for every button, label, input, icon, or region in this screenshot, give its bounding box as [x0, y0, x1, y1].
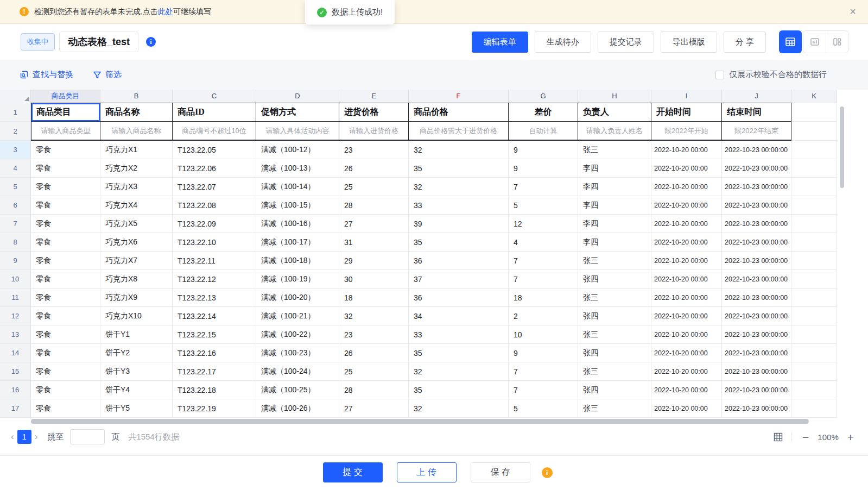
cell[interactable]: 2022-10-23 00:00:00: [722, 362, 791, 381]
cell[interactable]: 5: [509, 196, 578, 215]
cell[interactable]: 满减（100-20）: [256, 289, 339, 307]
cell[interactable]: 2022-10-20 00:00: [651, 270, 722, 289]
cell[interactable]: 零食: [31, 178, 100, 196]
column-letter-C[interactable]: C: [173, 90, 256, 103]
header-cell[interactable]: 商品ID: [173, 103, 256, 122]
cell[interactable]: 32: [339, 307, 409, 325]
cell[interactable]: [791, 159, 837, 178]
cell[interactable]: 满减（100-17）: [256, 233, 339, 252]
row-number[interactable]: 3: [0, 141, 31, 159]
cell[interactable]: 34: [409, 307, 509, 325]
cell[interactable]: 满减（100-23）: [256, 344, 339, 362]
submission-records-button[interactable]: 提交记录: [598, 32, 654, 53]
cell[interactable]: 满减（100-19）: [256, 270, 339, 289]
cell[interactable]: 28: [339, 381, 409, 399]
cell[interactable]: [791, 141, 837, 159]
cell[interactable]: 2022-10-20 00:00: [651, 325, 722, 344]
cell[interactable]: [791, 215, 837, 233]
column-letter-E[interactable]: E: [339, 90, 409, 103]
placeholder-cell[interactable]: 商品编号不超过10位: [173, 122, 256, 141]
cell[interactable]: 36: [409, 289, 509, 307]
cell[interactable]: 26: [339, 159, 409, 178]
cell[interactable]: [791, 252, 837, 270]
zoom-in-icon[interactable]: +: [844, 431, 857, 443]
cell[interactable]: T123.22.13: [173, 289, 256, 307]
cell[interactable]: T123.22.15: [173, 325, 256, 344]
cell[interactable]: T123.22.10: [173, 233, 256, 252]
row-number[interactable]: 7: [0, 215, 31, 233]
cell[interactable]: 2022-10-23 00:00:00: [722, 289, 791, 307]
header-cell[interactable]: 开始时间: [651, 103, 722, 122]
cell[interactable]: T123.22.18: [173, 381, 256, 399]
cell[interactable]: 2022-10-23 00:00:00: [722, 381, 791, 399]
cell[interactable]: 2022-10-20 00:00: [651, 178, 722, 196]
cell[interactable]: 2022-10-23 00:00:00: [722, 196, 791, 215]
cell[interactable]: T123.22.11: [173, 252, 256, 270]
cell[interactable]: 满减（100-16）: [256, 215, 339, 233]
zoom-out-icon[interactable]: −: [799, 431, 812, 443]
cell[interactable]: 零食: [31, 307, 100, 325]
cell[interactable]: 39: [409, 215, 509, 233]
cell[interactable]: 饼干Y5: [100, 399, 173, 418]
cell[interactable]: 35: [409, 233, 509, 252]
row-number[interactable]: 5: [0, 178, 31, 196]
row-number[interactable]: 14: [0, 344, 31, 362]
column-letter-J[interactable]: J: [722, 90, 791, 103]
cell[interactable]: 7: [509, 178, 578, 196]
cell[interactable]: 巧克力X3: [100, 178, 173, 196]
cell[interactable]: 满减（100-14）: [256, 178, 339, 196]
placeholder-cell[interactable]: [791, 122, 837, 141]
cell[interactable]: 张三: [578, 325, 651, 344]
cell[interactable]: 2022-10-23 00:00:00: [722, 141, 791, 159]
placeholder-cell[interactable]: 限2022年开始: [651, 122, 722, 141]
cell[interactable]: T123.22.16: [173, 344, 256, 362]
cell[interactable]: 2022-10-20 00:00: [651, 362, 722, 381]
cell[interactable]: [791, 381, 837, 399]
cell[interactable]: 2022-10-20 00:00: [651, 381, 722, 399]
row-number[interactable]: 16: [0, 381, 31, 399]
grid-icon[interactable]: [773, 432, 783, 442]
column-letter-D[interactable]: D: [256, 90, 339, 103]
close-icon[interactable]: ×: [850, 6, 856, 17]
cell[interactable]: 李四: [578, 159, 651, 178]
placeholder-cell[interactable]: 自动计算: [509, 122, 578, 141]
placeholder-cell[interactable]: 请输入进货价格: [339, 122, 409, 141]
select-all-corner[interactable]: [0, 90, 31, 103]
cell[interactable]: 满减（100-24）: [256, 362, 339, 381]
cell[interactable]: 零食: [31, 399, 100, 418]
cell[interactable]: 5: [509, 399, 578, 418]
cell[interactable]: 2022-10-23 00:00:00: [722, 233, 791, 252]
cell[interactable]: [791, 233, 837, 252]
row-number[interactable]: 13: [0, 325, 31, 344]
cell[interactable]: 28: [339, 196, 409, 215]
cell[interactable]: 10: [509, 325, 578, 344]
cell[interactable]: 零食: [31, 270, 100, 289]
cell[interactable]: 2022-10-23 00:00:00: [722, 215, 791, 233]
cell[interactable]: [791, 289, 837, 307]
column-letter-商品类目[interactable]: 商品类目: [31, 90, 100, 103]
current-page-button[interactable]: 1: [17, 430, 31, 444]
cell[interactable]: [791, 178, 837, 196]
cell[interactable]: 张三: [578, 141, 651, 159]
cell[interactable]: 31: [339, 233, 409, 252]
cell[interactable]: 巧克力X4: [100, 196, 173, 215]
cell[interactable]: 37: [409, 270, 509, 289]
chevron-right-icon[interactable]: ›: [31, 431, 41, 442]
cell[interactable]: T123.22.09: [173, 215, 256, 233]
placeholder-cell[interactable]: 请输入负责人姓名: [578, 122, 651, 141]
row-number[interactable]: 4: [0, 159, 31, 178]
cell[interactable]: T123.22.08: [173, 196, 256, 215]
cell[interactable]: 36: [409, 252, 509, 270]
cell[interactable]: 李四: [578, 233, 651, 252]
cell[interactable]: T123.22.07: [173, 178, 256, 196]
cell[interactable]: 2022-10-20 00:00: [651, 252, 722, 270]
row-number[interactable]: 8: [0, 233, 31, 252]
jump-page-input[interactable]: [70, 429, 105, 444]
header-cell[interactable]: 负责人: [578, 103, 651, 122]
placeholder-cell[interactable]: 请输入商品类型: [31, 122, 100, 141]
column-letter-F[interactable]: F: [409, 90, 509, 103]
cell[interactable]: 满减（100-13）: [256, 159, 339, 178]
cell[interactable]: 35: [409, 381, 509, 399]
create-todo-button[interactable]: 生成待办: [535, 32, 591, 53]
cell[interactable]: 2022-10-23 00:00:00: [722, 344, 791, 362]
